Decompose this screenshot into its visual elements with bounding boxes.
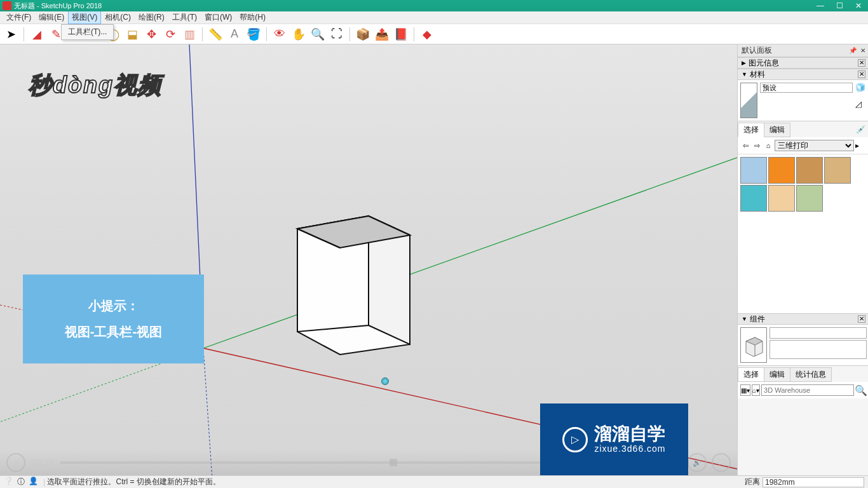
warehouse-get-icon[interactable]: 📦 xyxy=(355,26,371,43)
submenu-toolbars[interactable]: 工具栏(T)... xyxy=(62,25,113,39)
tab-edit[interactable]: 编辑 xyxy=(764,367,790,382)
toolbar-sep xyxy=(24,27,24,41)
expand-icon: ▼ xyxy=(742,71,747,78)
search-input[interactable] xyxy=(761,384,854,396)
move-tool[interactable]: ⟳ xyxy=(162,26,179,43)
home-icon[interactable]: ⌂ xyxy=(763,140,773,151)
warehouse-send-icon[interactable]: 📤 xyxy=(374,26,390,43)
viewport[interactable]: 秒dòng视频 小提示： 视图-工具栏-视图 ⏸ 00:29 🔊 ⛶ ▷ 溜溜自… xyxy=(0,44,737,475)
material-name-input[interactable] xyxy=(760,83,853,93)
menu-view[interactable]: 视图(V) xyxy=(68,11,101,24)
components-tabs: 选择 编辑 统计信息 xyxy=(738,365,868,382)
entity-info-label: 图元信息 xyxy=(749,58,779,69)
tape-tool[interactable]: 📏 xyxy=(207,26,224,43)
menu-help[interactable]: 帮助(H) xyxy=(236,11,269,24)
eraser-tool[interactable]: ◢ xyxy=(29,26,45,43)
details-icon[interactable]: ▸ xyxy=(855,141,865,150)
component-desc-input[interactable] xyxy=(770,340,867,359)
pin-icon[interactable]: 📌 xyxy=(849,47,857,54)
rotate-tool[interactable]: ▥ xyxy=(181,26,198,43)
section-entity-info[interactable]: ▶ 图元信息 ✕ xyxy=(738,57,868,69)
offset-tool[interactable]: ✥ xyxy=(143,26,159,43)
tray-close-icon[interactable]: ✕ xyxy=(860,47,865,54)
info-icon[interactable]: ⓘ xyxy=(17,477,25,487)
volume-button[interactable]: 🔊 xyxy=(688,453,707,472)
material-swatch[interactable] xyxy=(768,157,795,184)
material-nav: ⇦ ⇨ ⌂ 三维打印 ▸ xyxy=(738,137,868,154)
pan-tool[interactable]: ✋ xyxy=(290,26,307,43)
toolbar-sep xyxy=(202,27,203,41)
component-name-input[interactable] xyxy=(770,327,867,339)
text-tool[interactable]: A xyxy=(226,26,243,43)
menu-window[interactable]: 窗口(W) xyxy=(201,11,236,24)
measurement-readout[interactable]: 1982mm xyxy=(763,477,864,487)
expand-icon: ▼ xyxy=(742,316,747,322)
help-icon[interactable]: ❔ xyxy=(4,477,13,487)
close-button[interactable]: ✕ xyxy=(849,0,868,11)
section-materials[interactable]: ▼ 材料 ✕ xyxy=(738,69,868,80)
materials-label: 材料 xyxy=(750,69,765,80)
play-time: 00:29 xyxy=(32,458,54,468)
fullscreen-button[interactable]: ⛶ xyxy=(712,453,731,472)
material-collection-select[interactable]: 三维打印 xyxy=(775,140,854,151)
cube-icon xyxy=(741,332,766,358)
menu-edit[interactable]: 编辑(E) xyxy=(35,11,68,24)
menu-camera[interactable]: 相机(C) xyxy=(101,11,135,24)
toolbar-sep xyxy=(349,27,350,41)
toolbar-sep xyxy=(414,27,414,41)
material-swatch[interactable] xyxy=(740,157,767,184)
material-swatches xyxy=(738,154,868,313)
play-pause-button[interactable]: ⏸ xyxy=(6,453,25,472)
default-tray: 默认面板 📌 ✕ ▶ 图元信息 ✕ ▼ 材料 ✕ 🧊 ◿ 选择 编辑 xyxy=(737,44,868,475)
menu-tools[interactable]: 工具(T) xyxy=(168,11,201,24)
paint-tool[interactable]: 🪣 xyxy=(245,26,262,43)
menu-file[interactable]: 文件(F) xyxy=(3,11,35,24)
component-thumb[interactable] xyxy=(740,327,767,363)
nav-fwd-icon[interactable]: ⇨ xyxy=(752,140,762,151)
tab-edit[interactable]: 编辑 xyxy=(764,123,790,137)
material-swatch[interactable] xyxy=(824,157,851,184)
menu-draw[interactable]: 绘图(R) xyxy=(135,11,168,24)
extension-icon[interactable]: 📕 xyxy=(393,26,409,43)
tip-body: 视图-工具栏-视图 xyxy=(65,323,162,341)
current-material-swatch[interactable] xyxy=(740,83,757,118)
eyedropper-icon[interactable]: 💉 xyxy=(856,125,865,134)
cursor-icon xyxy=(381,377,389,385)
svg-line-2 xyxy=(203,158,737,348)
tip-box: 小提示： 视图-工具栏-视图 xyxy=(23,274,204,363)
push-pull-tool[interactable]: ⬓ xyxy=(124,26,140,43)
geo-icon[interactable]: 👤 xyxy=(29,477,38,487)
zoom-tool[interactable]: 🔍 xyxy=(309,26,326,43)
section-components[interactable]: ▼ 组件 ✕ xyxy=(738,313,868,325)
toolbar-sep xyxy=(266,27,267,41)
select-tool[interactable]: ➤ xyxy=(3,26,19,43)
default-material-icon[interactable]: ◿ xyxy=(855,99,865,109)
view-mode-icon[interactable]: ▦▾ xyxy=(740,384,750,396)
tab-select[interactable]: 选择 xyxy=(738,123,764,137)
window-title: 无标题 - SketchUp Pro 2018 xyxy=(14,1,102,11)
home-icon[interactable]: ⌂▾ xyxy=(752,384,760,396)
search-icon[interactable]: 🔍 xyxy=(855,384,867,396)
tab-select[interactable]: 选择 xyxy=(738,367,764,382)
menu-bar: 文件(F) 编辑(E) 视图(V) 相机(C) 绘图(R) 工具(T) 窗口(W… xyxy=(0,11,868,24)
material-swatch[interactable] xyxy=(796,157,823,184)
material-swatch[interactable] xyxy=(768,185,795,212)
zoom-extents-tool[interactable]: ⛶ xyxy=(329,26,345,43)
section-close-icon[interactable]: ✕ xyxy=(858,315,865,323)
create-material-icon[interactable]: 🧊 xyxy=(855,83,865,93)
material-swatch[interactable] xyxy=(796,185,823,212)
section-close-icon[interactable]: ✕ xyxy=(858,71,865,78)
ruby-icon[interactable]: ◆ xyxy=(419,26,435,43)
orbit-tool[interactable]: 👁 xyxy=(271,26,288,43)
material-preview: 🧊 ◿ xyxy=(738,80,868,121)
tab-stats[interactable]: 统计信息 xyxy=(790,367,832,382)
minimize-button[interactable]: — xyxy=(811,0,830,11)
tray-header[interactable]: 默认面板 📌 ✕ xyxy=(738,44,868,57)
nav-back-icon[interactable]: ⇦ xyxy=(740,140,750,151)
components-label: 组件 xyxy=(750,314,765,325)
maximize-button[interactable]: ☐ xyxy=(830,0,849,11)
section-close-icon[interactable]: ✕ xyxy=(858,59,865,67)
material-swatch[interactable] xyxy=(740,185,767,212)
progress-knob[interactable] xyxy=(390,459,397,466)
brand-overlay: ▷ 溜溜自学 zixue.3d66.com xyxy=(540,403,688,475)
